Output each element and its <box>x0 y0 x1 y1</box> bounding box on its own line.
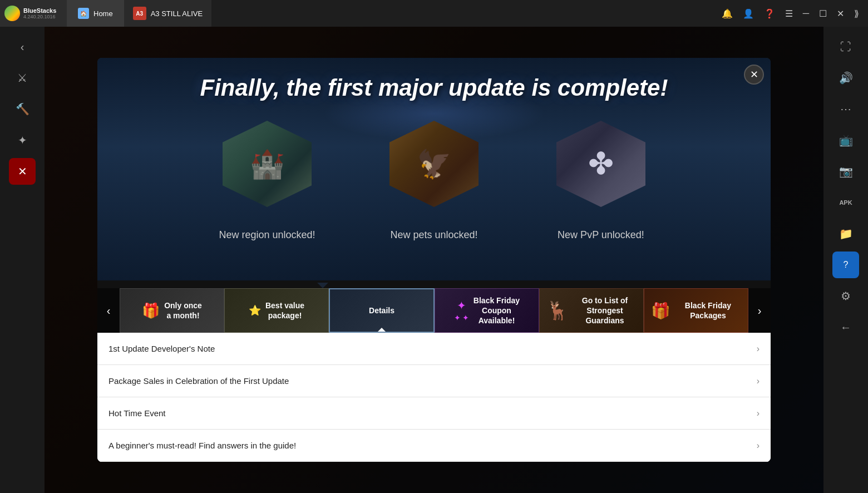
tab-monthly-icon: 🎁 <box>142 302 160 319</box>
pvp-label: New PvP unlocked! <box>558 229 644 241</box>
bs-logo-icon <box>4 6 20 21</box>
bs-logo-text-group: BlueStacks 4.240.20.1016 <box>23 7 56 19</box>
tab-details-text: Details <box>369 305 394 315</box>
account-icon[interactable]: 👤 <box>743 8 754 19</box>
purple-star-icon: ✦ <box>457 299 466 312</box>
left-sidebar: ‹ ⚔ 🔨 ✦ ✕ <box>0 27 45 493</box>
close-x-icon: ✕ <box>750 68 758 81</box>
list-item-2-text: Package Sales in Celebration of the Firs… <box>108 376 751 386</box>
tab-coupon-stars: ✦ ✦ ✦ <box>454 299 469 322</box>
tab-guardians[interactable]: 🦌 Go to List of Strongest Guardians <box>539 288 644 333</box>
bluestacks-logo: BlueStacks 4.240.20.1016 <box>0 0 67 27</box>
sidebar-sword-button[interactable]: ⚔ <box>9 65 36 91</box>
tab-guardian-deer-icon: 🦌 <box>546 300 569 321</box>
sidebar-cross-button[interactable]: ✕ <box>9 158 36 185</box>
tab-indicator-container <box>97 280 771 288</box>
video-icon[interactable]: 📺 <box>832 127 859 154</box>
hero-items-container: 🏰 New region unlocked! 🦅 <box>206 112 662 241</box>
fullscreen-icon[interactable]: ⛶ <box>832 33 859 60</box>
small-star-2: ✦ <box>462 313 469 322</box>
notification-icon[interactable]: 🔔 <box>722 8 733 19</box>
sidebar-compass-button[interactable]: ✦ <box>9 127 36 154</box>
content-area: 1st Update Developer's Note › Package Sa… <box>97 333 771 462</box>
small-star-1: ✦ <box>454 313 461 322</box>
tab-bestvalue-star: ⭐ <box>249 304 261 317</box>
bs-logo-name: BlueStacks <box>23 7 56 14</box>
tab-monthly[interactable]: 🎁 Only oncea month! <box>120 288 224 333</box>
sidebar-back-button[interactable]: ‹ <box>9 33 36 60</box>
hero-item-pvp: ✤ New PvP unlocked! <box>540 112 662 241</box>
region-label: New region unlocked! <box>219 229 315 241</box>
star-row: ✦ ✦ <box>454 313 469 322</box>
settings-icon[interactable]: ⚙ <box>832 283 859 309</box>
tab-coupon[interactable]: ✦ ✦ ✦ Black FridayCouponAvailable! <box>435 288 539 333</box>
collapse-icon[interactable]: ← <box>832 314 859 341</box>
bs-version: 4.240.20.1016 <box>23 14 56 19</box>
tab-bf-packages[interactable]: 🎁 Black Friday Packages <box>644 288 748 333</box>
tabs-container: 🎁 Only oncea month! ⭐ Best valuepackage!… <box>120 288 748 333</box>
list-item-package-sales[interactable]: Package Sales in Celebration of the Firs… <box>97 365 771 397</box>
volume-icon[interactable]: 🔊 <box>832 65 859 91</box>
close-button[interactable]: ✕ <box>837 8 844 19</box>
tab-bar: ‹ 🎁 Only oncea month! ⭐ Best valuepackag… <box>97 288 771 333</box>
list-item-beginners-guide[interactable]: A beginner's must-read! Find answers in … <box>97 430 771 462</box>
list-item-2-chevron: › <box>757 376 760 386</box>
game-tab-label: A3 STILL ALIVE <box>151 9 203 18</box>
apk-icon[interactable]: APK <box>832 189 859 216</box>
pvp-image: ✤ <box>540 112 662 224</box>
home-tab-label: Home <box>93 9 113 18</box>
game-area: ✕ Finally, the first major update is com… <box>45 27 823 493</box>
tab-bestvalue-text: Best valuepackage! <box>265 300 304 321</box>
game-tab[interactable]: A3 A3 STILL ALIVE <box>124 0 211 27</box>
hero-item-region: 🏰 New region unlocked! <box>206 112 328 241</box>
hero-title: Finally, the first major update is compl… <box>200 75 668 101</box>
home-tab[interactable]: 🏠 Home <box>67 0 124 27</box>
question-icon[interactable]: ? <box>832 252 859 278</box>
topbar: BlueStacks 4.240.20.1016 🏠 Home A3 A3 ST… <box>0 0 868 27</box>
tab-guardians-text: Go to List of Strongest Guardians <box>573 295 637 326</box>
topbar-controls: 🔔 👤 ❓ ☰ ─ ☐ ✕ ⟫ <box>722 8 868 19</box>
pets-image: 🦅 <box>373 112 495 224</box>
game-tab-icon: A3 <box>133 7 146 20</box>
pets-label: New pets unlocked! <box>390 229 477 241</box>
list-item-developer-note[interactable]: 1st Update Developer's Note › <box>97 333 771 365</box>
maximize-button[interactable]: ☐ <box>819 8 827 19</box>
region-image: 🏰 <box>206 112 328 224</box>
tab-bf-gift-icon: 🎁 <box>651 302 670 320</box>
sidebar-hammer-button[interactable]: 🔨 <box>9 96 36 122</box>
hero-banner: Finally, the first major update is compl… <box>97 58 771 280</box>
tab-prev-button[interactable]: ‹ <box>97 288 120 333</box>
more-options-icon[interactable]: ⋯ <box>832 96 859 122</box>
menu-icon[interactable]: ☰ <box>785 8 793 19</box>
list-item-1-chevron: › <box>757 344 760 354</box>
tab-monthly-text: Only oncea month! <box>164 300 202 321</box>
tab-coupon-text: Black FridayCouponAvailable! <box>474 295 520 326</box>
sidebar-toggle-icon[interactable]: ⟫ <box>854 8 859 19</box>
list-item-1-text: 1st Update Developer's Note <box>108 344 751 353</box>
camera-icon[interactable]: 📷 <box>832 158 859 185</box>
tab-triangle <box>317 283 328 288</box>
tab-best-value[interactable]: ⭐ Best valuepackage! <box>224 288 329 333</box>
modal: ✕ Finally, the first major update is com… <box>97 58 771 462</box>
list-item-hot-time[interactable]: Hot Time Event › <box>97 397 771 430</box>
active-tab-indicator <box>377 328 386 332</box>
modal-close-button[interactable]: ✕ <box>744 65 764 85</box>
list-item-3-text: Hot Time Event <box>108 408 751 418</box>
hero-item-pets: 🦅 New pets unlocked! <box>373 112 495 241</box>
help-icon[interactable]: ❓ <box>764 8 775 19</box>
modal-overlay: ✕ Finally, the first major update is com… <box>45 27 823 493</box>
tab-details[interactable]: Details <box>329 288 435 333</box>
folder-icon[interactable]: 📁 <box>832 220 859 247</box>
tab-bf-packages-text: Black Friday Packages <box>675 300 741 321</box>
home-tab-icon: 🏠 <box>78 8 89 19</box>
list-item-4-chevron: › <box>757 441 760 451</box>
right-sidebar: ⛶ 🔊 ⋯ 📺 📷 APK 📁 ? ⚙ ← <box>823 27 868 493</box>
list-item-4-text: A beginner's must-read! Find answers in … <box>108 441 751 450</box>
minimize-button[interactable]: ─ <box>803 8 809 18</box>
tab-next-button[interactable]: › <box>748 288 771 333</box>
list-item-3-chevron: › <box>757 408 760 418</box>
